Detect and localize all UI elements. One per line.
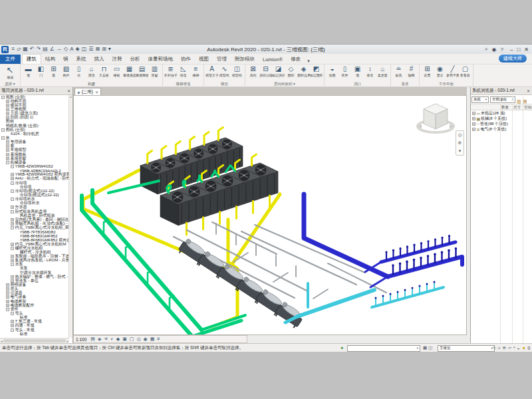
tool-修改[interactable]: ↖修改	[1, 65, 19, 80]
open-icon[interactable]: ▱	[17, 45, 21, 53]
tool-查看器[interactable]: ▢查看器	[459, 65, 471, 78]
shadows-icon[interactable]: ◐	[111, 336, 114, 342]
tool-标记房间[interactable]: ◪标记房间	[272, 65, 285, 78]
3d-viewport[interactable]: ◎ ⊕ ▾	[73, 95, 467, 335]
tool-坡道[interactable]: ◺坡道	[177, 65, 190, 78]
expand-icon[interactable]: +	[472, 122, 475, 126]
reveal-hidden-icon[interactable]: ◉	[144, 336, 148, 342]
view-scale[interactable]: 1:100	[76, 337, 86, 342]
search-icon[interactable]: ⌕	[485, 46, 487, 53]
expand-icon[interactable]: +	[11, 173, 14, 176]
select-pinned-icon[interactable]: *	[513, 346, 515, 350]
collapse-icon[interactable]: −	[11, 190, 14, 193]
ribbon-tab-4[interactable]: 系统	[72, 55, 90, 64]
tool-屋顶[interactable]: ⌂屋顶	[85, 65, 98, 78]
tool-参照平面[interactable]: ╱参照平面	[446, 65, 459, 78]
tool-天花板[interactable]: ⊓天花板	[98, 65, 110, 78]
tool-幕墙网格[interactable]: ▤幕墙网格	[136, 65, 148, 78]
ribbon-tab-6[interactable]: 注释	[108, 55, 126, 64]
ribbon-tab-13[interactable]: Lumion®	[259, 55, 287, 64]
tool-楼板[interactable]: ▭楼板	[110, 65, 123, 78]
tool-按面[interactable]: ◒按面	[326, 65, 338, 78]
select-links-icon[interactable]: ⊕	[503, 345, 506, 350]
tree-item[interactable]: +集成风冷热泵机 - LROM - 片形 - 低噪音 - 100-175-CN	[0, 259, 68, 263]
view-cube[interactable]	[416, 100, 457, 138]
expand-icon[interactable]: +	[11, 255, 14, 258]
system-view-combo[interactable]: 系统▾	[471, 96, 489, 103]
project-browser-horizontal-scrollbar[interactable]: ◂▸	[0, 338, 69, 343]
tag-icon[interactable]: ◇	[64, 45, 68, 53]
close-view-tab-icon[interactable]: ✕	[95, 90, 98, 94]
tool-楼梯[interactable]: ≡楼梯	[190, 65, 202, 78]
expand-icon[interactable]: +	[6, 144, 9, 148]
expand-icon[interactable]: +	[6, 157, 9, 160]
3d-view-icon[interactable]: ◈	[76, 45, 80, 53]
collapse-icon[interactable]: −	[11, 182, 14, 185]
ribbon-display-toggle-icon[interactable]: ▾	[305, 59, 313, 64]
collapse-icon[interactable]: −	[6, 308, 9, 311]
ribbon-tab-14[interactable]: 修改	[287, 55, 305, 64]
lights-icon[interactable]: ◆	[116, 336, 120, 342]
expand-icon[interactable]: +	[6, 100, 9, 103]
tool-竖井[interactable]: ▯竖井	[338, 65, 351, 78]
tool-幕墙系统[interactable]: ▦幕墙系统	[123, 65, 136, 78]
tool-模型线[interactable]: ∿模型线	[218, 65, 231, 78]
expand-icon[interactable]: +	[6, 140, 9, 144]
tool-标高[interactable]: ≐标高	[392, 65, 405, 78]
tool-栏杆扶手[interactable]: ≣栏杆扶手	[164, 65, 177, 78]
press-drag-icon[interactable]: +	[498, 346, 501, 350]
tool-窗[interactable]: ⊞窗	[47, 65, 60, 78]
expand-icon[interactable]: +	[11, 222, 14, 225]
collapse-icon[interactable]: −	[1, 136, 5, 140]
design-option-combo[interactable]: 主模型▾	[438, 345, 495, 352]
system-browser-close-icon[interactable]: ✕	[526, 88, 531, 93]
constraints-icon[interactable]: #	[157, 336, 160, 342]
expand-icon[interactable]: +	[472, 112, 475, 115]
expand-icon[interactable]: +	[6, 108, 9, 111]
collapse-icon[interactable]: −	[11, 226, 14, 229]
customize-icon[interactable]: ▾	[108, 45, 111, 53]
collapse-icon[interactable]: −	[11, 198, 14, 201]
expand-icon[interactable]: +	[11, 205, 14, 209]
steering-wheel-icon[interactable]: ◎	[458, 132, 462, 138]
expand-icon[interactable]: +	[6, 112, 9, 115]
collapse-icon[interactable]: −	[11, 329, 14, 332]
expand-icon[interactable]: +	[6, 295, 9, 299]
exclude-options-icon[interactable]: ◇	[493, 345, 496, 350]
active-workset-combo[interactable]: ▾	[347, 345, 420, 352]
tool-柱[interactable]: ▯柱	[72, 65, 85, 78]
tool-面积边界[interactable]: ◈面积边界	[297, 65, 310, 78]
expand-icon[interactable]: +	[11, 243, 14, 246]
select-by-face-icon[interactable]: ◒	[517, 346, 520, 350]
zoom-icon[interactable]: ⊕	[458, 140, 462, 146]
section-icon[interactable]: ◫	[82, 45, 87, 53]
tool-垂直[interactable]: ↕垂直	[364, 65, 376, 78]
help-icon[interactable]: ?	[501, 47, 503, 53]
expand-icon[interactable]: +	[472, 128, 475, 131]
tool-设置[interactable]: ⊞设置	[421, 65, 434, 78]
ribbon-tab-3[interactable]: 钢	[59, 55, 72, 64]
collapse-icon[interactable]: −	[11, 263, 14, 266]
tool-房间[interactable]: ⊠房间	[247, 65, 259, 78]
menu-icon[interactable]: ≡	[12, 45, 15, 53]
ribbon-tab-5[interactable]: 插入	[90, 55, 108, 64]
tool-墙[interactable]: ▬墙	[22, 65, 35, 78]
tool-老虎窗[interactable]: ⌂老虎窗	[376, 65, 389, 78]
ribbon-tab-0[interactable]: 文件	[0, 55, 21, 64]
collapse-icon[interactable]: −	[11, 312, 14, 315]
tool-面积[interactable]: ◇面积	[285, 65, 297, 78]
collapse-icon[interactable]: −	[11, 165, 14, 168]
tool-门[interactable]: ◧门	[35, 65, 47, 78]
expand-icon[interactable]: +	[472, 117, 475, 120]
tool-模型文字[interactable]: A模型文字	[205, 65, 218, 78]
ribbon-tab-10[interactable]: 视图	[195, 55, 213, 64]
collapse-icon[interactable]: −	[11, 210, 14, 213]
print-icon[interactable]: ▤	[43, 45, 48, 53]
selection-filter-icon[interactable]: ▼	[521, 346, 525, 350]
tool-轴网[interactable]: #轴网	[405, 65, 418, 78]
save-icon[interactable]: ▦	[23, 45, 28, 53]
tool-显示[interactable]: ◉显示	[434, 65, 446, 78]
tool-构件[interactable]: ▧构件	[60, 65, 72, 78]
navigation-bar[interactable]: ◎ ⊕ ▾	[456, 130, 464, 156]
collapse-icon[interactable]: −	[11, 247, 14, 250]
